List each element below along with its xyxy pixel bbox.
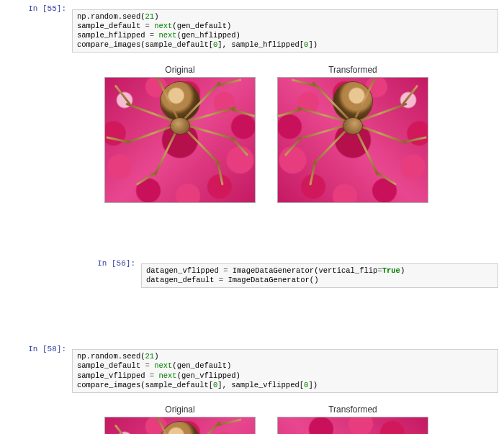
input-cell-55: In [55]: np.random.seed(21) sample_defau… — [0, 1, 504, 60]
transformed-column: Transformed — [277, 404, 428, 434]
original-column: Original — [104, 65, 256, 203]
code-input[interactable]: datagen_vflipped = ImageDataGenerator(ve… — [141, 263, 498, 288]
input-prompt: In [58]: — [0, 342, 72, 353]
plot-title-transformed: Transformed — [277, 65, 428, 75]
plot-title-original: Original — [104, 404, 256, 415]
image-comparison-row: Original Transformed — [72, 62, 498, 212]
output-cell-58: Original Transformed — [72, 402, 498, 434]
transformed-image-hflip — [277, 77, 428, 203]
transformed-column: Transformed — [277, 65, 428, 203]
input-prompt: In [56]: — [56, 256, 141, 268]
output-cell-55: Original Transformed — [72, 62, 498, 212]
original-column: Original — [104, 404, 256, 434]
code-input[interactable]: np.random.seed(21) sample_default = next… — [72, 349, 498, 393]
plot-title-original: Original — [104, 65, 256, 75]
spider-subject — [161, 82, 199, 121]
original-image — [104, 417, 256, 434]
image-comparison-row: Original Transformed — [72, 402, 498, 434]
plot-title-transformed: Transformed — [277, 404, 428, 415]
input-prompt: In [55]: — [0, 1, 72, 13]
input-cell-56: In [56]: datagen_vflipped = ImageDataGen… — [0, 256, 504, 296]
spider-subject — [161, 422, 199, 434]
original-image — [104, 77, 256, 203]
transformed-image-vflip — [277, 417, 428, 434]
spider-subject — [333, 82, 372, 121]
code-input[interactable]: np.random.seed(21) sample_default = next… — [72, 9, 498, 53]
input-cell-58: In [58]: np.random.seed(21) sample_defau… — [0, 342, 504, 401]
